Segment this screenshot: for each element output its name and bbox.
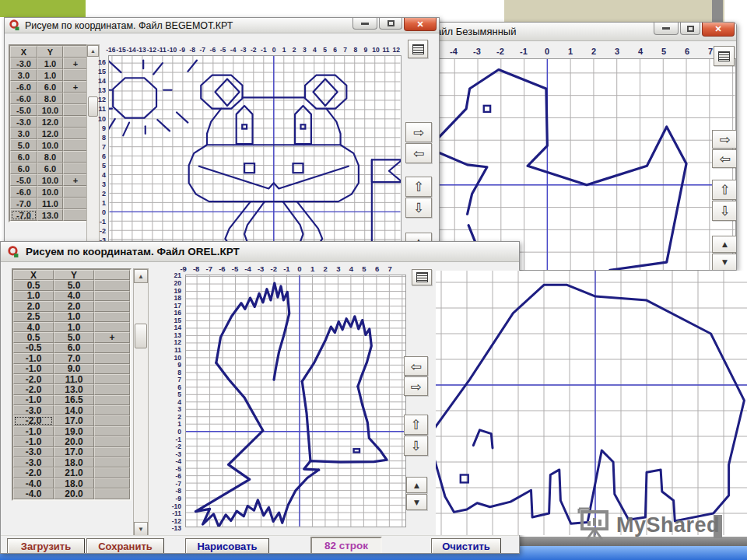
table-cell[interactable] — [94, 457, 130, 467]
table-cell[interactable]: 6.0 — [10, 151, 37, 163]
close-button[interactable]: ✕ — [404, 18, 437, 31]
table-cell[interactable]: 1.0 — [54, 322, 94, 332]
table-cell[interactable]: 8.0 — [37, 151, 63, 163]
table-cell[interactable]: 4.0 — [54, 291, 94, 301]
table-cell[interactable]: + — [63, 58, 88, 69]
table-cell[interactable]: 2.0 — [54, 301, 94, 311]
table-cell[interactable]: -1.0 — [13, 436, 54, 446]
table-cell[interactable]: 8.0 — [37, 93, 63, 104]
table-cell[interactable]: 12.0 — [37, 128, 63, 139]
table-cell[interactable] — [94, 364, 130, 374]
table-cell[interactable]: + — [63, 174, 88, 186]
pan-left-button[interactable]: ⇦ — [404, 356, 428, 376]
table-cell[interactable]: 10.0 — [37, 104, 63, 116]
table-cell[interactable] — [63, 116, 88, 128]
table-cell[interactable]: 17.0 — [54, 415, 94, 425]
table-cell[interactable]: 21.0 — [54, 467, 94, 478]
pan-up-button[interactable]: ⇧ — [404, 415, 428, 435]
table-cell[interactable] — [94, 384, 130, 394]
table-cell[interactable] — [94, 353, 130, 363]
table-cell[interactable]: 11.0 — [37, 198, 63, 209]
scroll-down-button[interactable]: ▼ — [134, 522, 148, 536]
scroll-up-button[interactable]: ▲ — [712, 236, 737, 253]
table-cell[interactable]: -6.0 — [10, 81, 37, 93]
pan-right-button[interactable]: ⇨ — [712, 130, 737, 149]
table-cell[interactable] — [94, 343, 130, 353]
table-cell[interactable]: -1.0 — [13, 353, 54, 363]
pan-down-button[interactable]: ⇩ — [404, 436, 428, 456]
table-cell[interactable]: 2.5 — [13, 312, 54, 322]
column-header[interactable]: Y — [37, 46, 63, 58]
table-cell[interactable]: -2.0 — [13, 415, 54, 425]
table-cell[interactable]: -7.0 — [10, 209, 37, 221]
table-cell[interactable]: -7.0 — [10, 198, 37, 209]
table-cell[interactable]: 9.0 — [54, 364, 94, 374]
table-cell[interactable] — [94, 478, 130, 488]
table-cell[interactable]: 17.0 — [54, 447, 94, 457]
table-cell[interactable]: 13.0 — [37, 209, 63, 221]
table-cell[interactable] — [94, 405, 130, 415]
table-cell[interactable]: 5.0 — [10, 139, 37, 151]
maximize-button[interactable] — [379, 18, 402, 30]
table-cell[interactable]: -1.0 — [13, 395, 54, 405]
table-cell[interactable] — [94, 415, 130, 425]
table-cell[interactable] — [94, 301, 130, 311]
load-button[interactable]: Загрузить — [7, 538, 85, 554]
table-cell[interactable] — [63, 128, 88, 139]
table-cell[interactable]: -5.0 — [10, 104, 37, 116]
draw-button[interactable]: Нарисовать — [185, 538, 269, 554]
table-cell[interactable]: 5.0 — [54, 280, 94, 290]
table-cell[interactable] — [94, 291, 130, 301]
table-cell[interactable] — [94, 467, 130, 478]
table-cell[interactable]: 6.0 — [37, 81, 63, 93]
table-cell[interactable]: -3.0 — [13, 457, 54, 467]
table-cell[interactable]: 5.0 — [54, 332, 94, 342]
scroll-down-button[interactable]: ▼ — [406, 494, 427, 510]
table-cell[interactable] — [63, 104, 88, 116]
table-cell[interactable]: 18.0 — [54, 478, 94, 488]
table-cell[interactable] — [63, 163, 88, 174]
table-cell[interactable]: -3.0 — [13, 405, 54, 415]
table-cell[interactable]: 6.0 — [37, 163, 63, 174]
table-cell[interactable]: -2.0 — [13, 467, 54, 478]
table-cell[interactable]: 12.0 — [37, 116, 63, 128]
table-cell[interactable]: 10.0 — [37, 174, 63, 186]
pan-up-button[interactable]: ⇧ — [712, 180, 737, 200]
column-header[interactable]: X — [10, 46, 37, 58]
pan-down-button[interactable]: ⇩ — [405, 198, 432, 218]
table-cell[interactable]: + — [94, 332, 130, 342]
duck-grid-canvas[interactable] — [435, 58, 736, 271]
table-cell[interactable]: 14.0 — [54, 405, 94, 415]
menu-button[interactable] — [714, 46, 735, 66]
column-header[interactable]: X — [13, 270, 54, 280]
table-cell[interactable] — [94, 426, 130, 436]
clear-button[interactable]: Очистить — [431, 538, 501, 554]
table-cell[interactable] — [63, 198, 88, 209]
table-cell[interactable]: 13.0 — [54, 384, 94, 394]
table-cell[interactable]: 1.0 — [54, 312, 94, 322]
table-cell[interactable]: 3.0 — [10, 128, 37, 139]
table-cell[interactable]: 19.0 — [54, 426, 94, 436]
table-cell[interactable]: 11.0 — [54, 374, 94, 384]
hippo-grid-canvas[interactable] — [108, 55, 402, 243]
table-cell[interactable]: -1.0 — [13, 364, 54, 374]
save-button[interactable]: Сохранить — [86, 538, 164, 554]
table-cell[interactable] — [63, 139, 88, 151]
table-cell[interactable]: 1.0 — [37, 69, 63, 81]
table-cell[interactable]: -6.0 — [10, 93, 37, 104]
table-cell[interactable] — [94, 280, 130, 290]
maximize-button[interactable] — [680, 23, 700, 35]
table-cell[interactable]: 3.0 — [10, 69, 37, 81]
table-cell[interactable]: 16.5 — [54, 395, 94, 405]
column-header[interactable]: Y — [54, 270, 94, 280]
table-cell[interactable] — [94, 322, 130, 332]
table-cell[interactable]: 0.5 — [13, 332, 54, 342]
table-cell[interactable]: -3.0 — [10, 116, 37, 128]
table-cell[interactable]: 20.0 — [54, 488, 94, 499]
pan-down-button[interactable]: ⇩ — [712, 201, 737, 221]
minimize-button[interactable] — [352, 18, 377, 30]
table-cell[interactable]: 6.0 — [10, 163, 37, 174]
column-header[interactable] — [94, 270, 130, 280]
pan-right-button[interactable]: ⇨ — [405, 122, 432, 142]
table-cell[interactable]: 1.0 — [37, 58, 63, 69]
